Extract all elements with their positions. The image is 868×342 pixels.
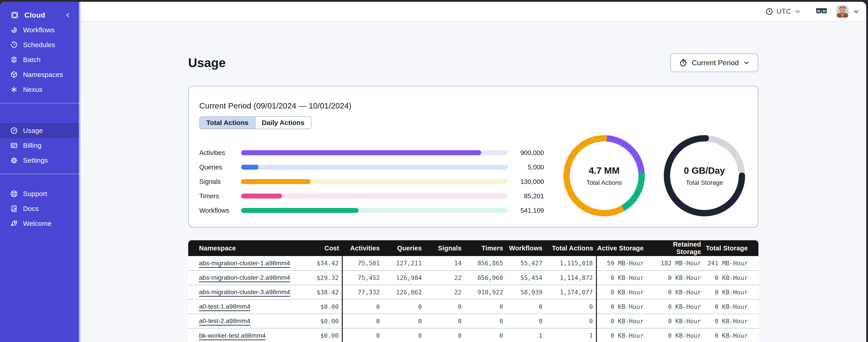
table-cell: 0 KB-Hour	[647, 271, 704, 285]
table-cell: 59 MB-Hour	[596, 256, 647, 271]
namespace-cell: abs-migration-cluster-2.a98mm4	[188, 271, 313, 285]
table-cell: 0 KB-Hour	[704, 285, 758, 299]
current-period-card: Current Period (09/01/2024 — 10/01/2024)…	[188, 86, 758, 228]
table-cell: 58,939	[506, 285, 546, 299]
app-window: Cloud Workflows	[0, 2, 866, 342]
table-cell: 1	[546, 328, 596, 342]
col-namespace: Namespace	[188, 240, 313, 256]
bar-track	[241, 179, 508, 184]
bar-fill	[241, 150, 481, 155]
table-cell: 1,114,872	[546, 271, 596, 285]
table-cell: $38.42	[313, 285, 342, 299]
table-cell: 75,452	[342, 271, 383, 285]
bar-track	[241, 194, 508, 199]
tab-total-actions[interactable]: Total Actions	[200, 117, 255, 129]
account-menu-chevron-down-icon[interactable]	[852, 8, 860, 15]
sidebar-item-workflows[interactable]: Workflows	[0, 23, 81, 37]
timezone-label: UTC	[776, 7, 791, 15]
table-cell: 0 KB-Hour	[704, 271, 758, 285]
namespace-link[interactable]: abs-migration-cluster-2.a98mm4	[199, 274, 290, 281]
total-actions-donut-chart: 4.7 MM Total Actions	[561, 133, 647, 218]
page-title: Usage	[188, 56, 226, 70]
brand-label: Cloud	[24, 11, 45, 20]
table-cell: 1,174,077	[546, 285, 596, 299]
sidebar-item-usage[interactable]: Usage	[0, 123, 81, 138]
bar-fill	[241, 165, 258, 170]
col-timers: Timers	[465, 240, 506, 256]
table-cell: 0 KB-Hour	[596, 314, 647, 328]
welcome-rocket-icon	[10, 219, 18, 228]
table-cell: 0	[506, 299, 546, 314]
table-header-row: Namespace Cost Activities Queries Signal…	[188, 240, 758, 256]
collapse-sidebar-chevron-left-icon[interactable]	[65, 12, 71, 19]
sidebar-item-welcome[interactable]: Welcome	[0, 216, 81, 231]
table-cell: 910,922	[465, 285, 506, 299]
table-cell: 0 KB-Hour	[596, 285, 647, 299]
table-cell: 0	[383, 299, 425, 314]
namespace-cell: bk-worker-test.a98mm4	[188, 328, 313, 342]
table-cell: 1,115,018	[546, 256, 596, 271]
sidebar-item-namespaces[interactable]: Namespaces	[0, 67, 81, 82]
sidebar-item-support[interactable]: Support	[0, 186, 81, 201]
period-selector-button[interactable]: Current Period	[670, 53, 758, 72]
bar-fill	[241, 194, 282, 199]
schedules-icon	[10, 41, 18, 49]
tab-daily-actions[interactable]: Daily Actions	[255, 117, 311, 129]
table-cell: $0.00	[313, 328, 342, 342]
table-cell: $0.00	[313, 299, 342, 314]
usage-bar-row: Activities900,000	[199, 145, 544, 160]
table-cell: 241 MB-Hour	[704, 256, 758, 271]
namespace-link[interactable]: bk-worker-test.a98mm4	[199, 332, 266, 339]
table-cell: 0	[342, 299, 383, 314]
bar-category-label: Timers	[199, 193, 241, 200]
bar-category-label: Activities	[199, 149, 241, 157]
sidebar-item-docs[interactable]: Docs	[0, 201, 81, 216]
sidebar-item-batch[interactable]: Batch	[0, 52, 81, 67]
batch-icon	[10, 56, 18, 64]
timezone-selector[interactable]: UTC	[765, 7, 801, 15]
stopwatch-icon	[679, 58, 688, 67]
col-queries: Queries	[383, 240, 425, 256]
feedback-glasses-icon[interactable]	[815, 8, 828, 15]
usage-bar-row: Queries5,000	[199, 160, 544, 174]
sidebar-item-schedules[interactable]: Schedules	[0, 37, 81, 52]
usage-bar-row: Timers85,201	[199, 189, 544, 203]
bar-value: 900,000	[508, 149, 544, 157]
table-row: abs-migration-cluster-2.a98mm4$29.3275,4…	[188, 271, 758, 285]
table-cell: 856,960	[465, 271, 506, 285]
col-activities: Activities	[342, 240, 383, 256]
table-row: bk-worker-test.a98mm4$0.000000110 KB-Hou…	[188, 328, 758, 342]
usage-bar-row: Signals130,000	[199, 174, 544, 189]
table-cell: 0	[342, 314, 383, 328]
namespace-link[interactable]: a0-test-2.a98mm4	[199, 317, 250, 324]
table-row: a0-test-1.a98mm4$0.000000000 KB-Hour0 KB…	[188, 299, 758, 314]
table-cell: 0 KB-Hour	[596, 271, 647, 285]
namespace-cell: abs-migration-cluster-3.a98mm4	[188, 285, 313, 299]
namespaces-icon	[10, 71, 18, 79]
col-cost: Cost	[313, 240, 342, 256]
table-cell: 0 KB-Hour	[704, 314, 758, 328]
table-cell: 127,211	[383, 256, 425, 271]
bar-track	[241, 165, 508, 170]
namespace-link[interactable]: abs-migration-cluster-3.a98mm4	[199, 288, 290, 296]
usage-gauge-icon	[10, 127, 18, 135]
table-cell: 0	[425, 328, 465, 342]
namespace-link[interactable]: a0-test-1.a98mm4	[199, 303, 250, 310]
sidebar-item-billing[interactable]: Billing	[0, 138, 81, 153]
sidebar: Cloud Workflows	[0, 2, 81, 342]
total-storage-value: 0 GB/Day	[684, 165, 725, 176]
namespace-link[interactable]: abs-migration-cluster-1.a98mm4	[199, 260, 290, 267]
table-row: abs-migration-cluster-1.a98mm4$34.4275,5…	[188, 256, 758, 271]
total-storage-label: Total Storage	[686, 179, 723, 186]
bar-fill	[241, 179, 310, 184]
table-cell: 0 KB-Hour	[647, 328, 704, 342]
table-cell: 126,984	[383, 271, 425, 285]
sidebar-item-settings[interactable]: Settings	[0, 153, 81, 168]
user-avatar[interactable]	[836, 5, 848, 18]
col-signals: Signals	[425, 240, 465, 256]
table-cell: 55,454	[506, 271, 546, 285]
sidebar-item-nexus[interactable]: Nexus	[0, 82, 81, 97]
table-cell: 0 KB-Hour	[596, 299, 647, 314]
table-cell: $29.32	[313, 271, 342, 285]
table-cell: 0 KB-Hour	[647, 299, 704, 314]
